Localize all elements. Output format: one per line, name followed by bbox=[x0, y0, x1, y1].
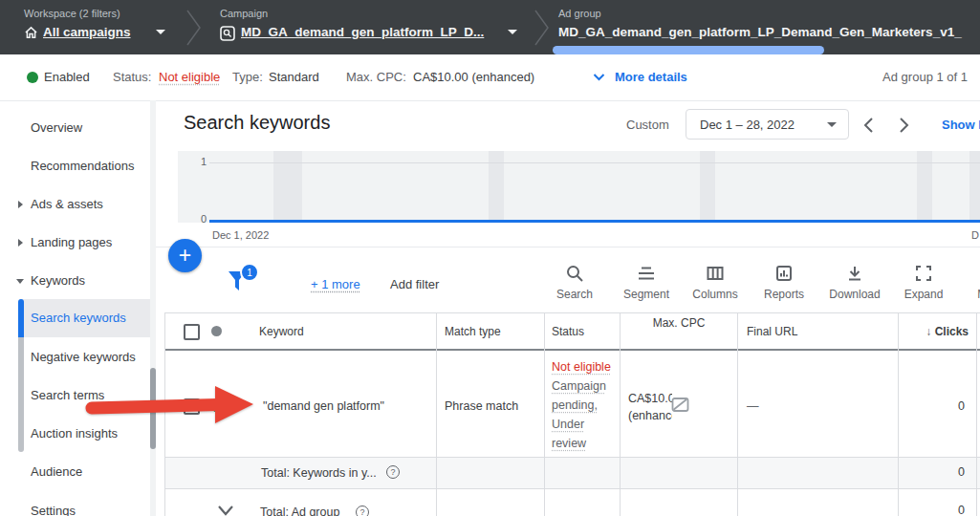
workspace-label: Workspace (2 filters) bbox=[24, 8, 120, 19]
sidebar-selection-indicator bbox=[18, 299, 24, 337]
sidebar-item-landing-pages[interactable]: Landing pages bbox=[31, 234, 112, 251]
column-header-status[interactable]: Status bbox=[552, 325, 584, 338]
y-axis-tick-0: 0 bbox=[191, 213, 207, 225]
status-label: Status: bbox=[113, 70, 151, 84]
table-border bbox=[164, 488, 980, 489]
campaign-link[interactable]: MD_GA_demand_gen_platform_LP_D... bbox=[241, 25, 484, 39]
image-unavailable-icon bbox=[671, 397, 690, 414]
column-header-match-type[interactable]: Match type bbox=[445, 325, 501, 338]
annotation-arrow bbox=[82, 380, 264, 430]
summary-keywords-clicks: 0 bbox=[907, 465, 965, 479]
add-keyword-button[interactable]: + bbox=[168, 239, 202, 272]
previous-period-button[interactable] bbox=[862, 117, 874, 134]
table-border bbox=[898, 312, 899, 516]
sidebar-item-search-keywords[interactable]: Search keywords bbox=[31, 310, 126, 327]
chart-weekend-band bbox=[969, 151, 980, 220]
filter-more-link[interactable]: + 1 more bbox=[311, 277, 360, 291]
toolbar-expand[interactable]: Expand bbox=[897, 264, 950, 301]
sidebar-item-ads-assets[interactable]: Ads & assets bbox=[31, 196, 103, 213]
sidebar-submenu-scrollbar[interactable] bbox=[18, 337, 24, 452]
sidebar-item-recommendations[interactable]: Recommendations bbox=[31, 158, 134, 175]
chevron-right-icon[interactable] bbox=[18, 239, 23, 247]
sidebar-item-negative-keywords[interactable]: Negative keywords bbox=[31, 349, 136, 366]
campaign-icon bbox=[220, 26, 235, 41]
status-dot-column-icon bbox=[211, 326, 222, 336]
table-header-border bbox=[164, 349, 980, 351]
select-all-checkbox[interactable] bbox=[184, 324, 200, 340]
adgroup-label: Ad group bbox=[558, 8, 601, 19]
sort-descending-icon: ↓ bbox=[926, 325, 931, 338]
sidebar-item-keywords[interactable]: Keywords bbox=[31, 272, 85, 290]
y-axis-tick-1: 1 bbox=[191, 156, 207, 167]
chevron-down-icon bbox=[827, 122, 837, 127]
clicks-value: 0 bbox=[907, 399, 965, 413]
clicks-series-line bbox=[209, 220, 980, 223]
final-url-value: — bbox=[747, 399, 759, 413]
type-value: Standard bbox=[269, 70, 319, 84]
chevron-down-icon[interactable] bbox=[16, 279, 24, 284]
help-icon[interactable]: ? bbox=[356, 505, 369, 516]
sidebar-item-settings[interactable]: Settings bbox=[31, 503, 76, 516]
breadcrumb-separator-icon bbox=[532, 9, 553, 47]
search-icon bbox=[565, 264, 584, 283]
summary-adgroup-clicks: 0 bbox=[907, 504, 965, 516]
chevron-down-icon[interactable] bbox=[593, 74, 605, 81]
enabled-status-text: Enabled bbox=[44, 70, 90, 84]
sidebar-item-audience[interactable]: Audience bbox=[31, 463, 82, 481]
status-detail[interactable]: Campaign pending, Under review bbox=[552, 379, 606, 450]
toolbar-columns[interactable]: Columns bbox=[688, 264, 742, 301]
campaign-dropdown-icon[interactable] bbox=[508, 30, 517, 34]
google-ads-window: Workspace (2 filters) All campaigns Camp… bbox=[0, 0, 980, 516]
more-details-link[interactable]: More details bbox=[615, 70, 687, 84]
add-filter-button[interactable]: Add filter bbox=[390, 277, 439, 291]
show-last-link[interactable]: Show l bbox=[942, 118, 980, 132]
help-icon[interactable]: ? bbox=[386, 465, 400, 479]
enabled-status-icon bbox=[27, 72, 38, 83]
toolbar-search[interactable]: Search bbox=[548, 264, 601, 301]
workspace-all-campaigns-link[interactable]: All campaigns bbox=[43, 25, 131, 39]
reports-icon bbox=[774, 264, 794, 283]
summary-keywords-label: Total: Keywords in y... bbox=[261, 466, 377, 480]
max-cpc-label: Max. CPC: bbox=[346, 70, 406, 84]
table-border bbox=[164, 312, 980, 313]
adgroup-name: MD_GA_demand_gen_platform_LP_Demand_Gen_… bbox=[558, 25, 980, 39]
chevron-right-icon[interactable] bbox=[18, 201, 23, 208]
status-value[interactable]: Not eligible bbox=[159, 70, 220, 84]
sidebar-item-overview[interactable]: Overview bbox=[31, 119, 82, 137]
tooltip-pointer bbox=[553, 46, 824, 54]
chart-weekend-band bbox=[489, 151, 504, 220]
status-not-eligible[interactable]: Not eligible bbox=[552, 360, 611, 374]
campaign-label: Campaign bbox=[220, 8, 268, 19]
keyword-text: "demand gen platform" bbox=[263, 399, 384, 413]
match-type-value: Phrase match bbox=[445, 399, 518, 413]
column-header-keyword[interactable]: Keyword bbox=[259, 325, 304, 338]
adgroup-pager: Ad group 1 of 1 bbox=[882, 70, 968, 84]
column-header-clicks[interactable]: ↓ Clicks bbox=[907, 325, 969, 338]
max-cpc-value: CA$10.00 (enhanced) bbox=[413, 70, 534, 84]
date-range-custom-label: Custom bbox=[626, 118, 669, 132]
toolbar-reports[interactable]: Reports bbox=[757, 264, 811, 301]
status-cell[interactable]: Not eligible Campaign pending, Under rev… bbox=[552, 357, 617, 453]
chevron-down-icon[interactable] bbox=[217, 505, 234, 516]
table-border bbox=[164, 457, 980, 458]
column-header-max-cpc[interactable]: Max. CPC bbox=[650, 316, 708, 331]
toolbar-more[interactable]: More bbox=[964, 264, 980, 301]
x-axis-label-end: D bbox=[971, 229, 979, 241]
toolbar-segment[interactable]: Segment bbox=[620, 264, 673, 301]
column-header-final-url[interactable]: Final URL bbox=[747, 325, 797, 338]
max-cpc-cell[interactable]: CA$10.00 (enhanced) bbox=[628, 390, 672, 424]
chart-gridline bbox=[209, 162, 980, 163]
table-border bbox=[544, 312, 545, 516]
workspace-dropdown-icon[interactable] bbox=[156, 30, 165, 34]
date-range-picker[interactable]: Dec 1 – 28, 2022 bbox=[686, 109, 849, 140]
table-border bbox=[737, 312, 738, 516]
next-period-button[interactable] bbox=[899, 117, 910, 134]
table-border bbox=[976, 312, 977, 516]
toolbar-download[interactable]: Download bbox=[828, 264, 882, 301]
type-label: Type: bbox=[232, 70, 263, 84]
breadcrumb-bar: Workspace (2 filters) All campaigns Camp… bbox=[0, 0, 980, 54]
table-border bbox=[620, 312, 621, 516]
sidebar-scrollbar-track[interactable] bbox=[150, 100, 156, 516]
chart-weekend-band bbox=[917, 151, 932, 220]
page-title: Search keywords bbox=[184, 112, 330, 134]
